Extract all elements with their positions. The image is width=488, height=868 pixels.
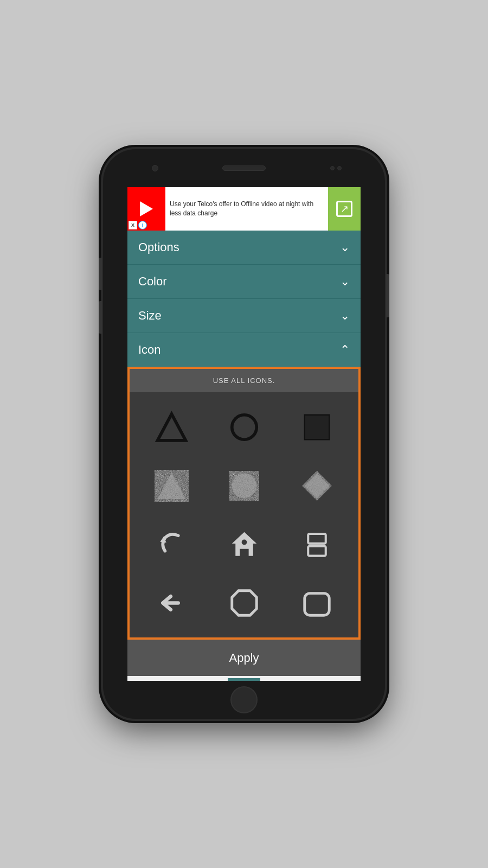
front-camera (152, 165, 158, 171)
power-button[interactable] (386, 274, 389, 317)
icon-section-header[interactable]: Icon ⌃ (127, 333, 361, 367)
phone-bottom-bar (103, 681, 385, 719)
ad-text: Use your Telco's offer to Offline video … (165, 200, 328, 218)
ad-banner: X i Use your Telco's offer to Offline vi… (127, 187, 361, 231)
sensor-dot-2 (337, 166, 342, 170)
youtube-play-icon (140, 201, 153, 216)
size-chevron: ⌄ (340, 309, 350, 323)
svg-point-7 (241, 539, 247, 545)
ad-youtube-logo: X i (127, 187, 165, 231)
svg-rect-5 (304, 473, 329, 498)
ad-close-badge[interactable]: X (129, 221, 137, 229)
diamond-filled-svg (299, 468, 335, 503)
octagon-outline-svg (227, 585, 262, 621)
use-all-icons-bar[interactable]: USE ALL ICONS. (130, 369, 358, 392)
svg-rect-9 (308, 546, 326, 556)
color-label: Color (138, 275, 167, 289)
size-label: Size (138, 309, 162, 323)
size-section-header[interactable]: Size ⌄ (127, 299, 361, 333)
icon-undo[interactable] (135, 515, 208, 573)
undo-svg (154, 527, 189, 562)
icon-rounded-square[interactable] (280, 573, 353, 632)
icon-picker-panel: USE ALL ICONS. (127, 367, 361, 640)
circle-outline-svg (227, 410, 262, 445)
svg-marker-0 (157, 414, 185, 441)
svg-rect-8 (308, 534, 326, 544)
rounded-square-svg (299, 585, 335, 621)
back-svg (154, 585, 189, 621)
options-section-header[interactable]: Options ⌄ (127, 231, 361, 265)
home-button[interactable] (230, 686, 258, 713)
icon-label: Icon (138, 343, 161, 357)
square-outline-svg (299, 410, 335, 445)
icons-grid (130, 392, 358, 637)
apply-button[interactable]: Apply (127, 640, 361, 676)
svg-point-4 (232, 473, 256, 498)
home-svg (227, 527, 262, 562)
ad-action-button[interactable] (328, 187, 361, 231)
icon-stack[interactable] (280, 515, 353, 573)
icon-square-outline[interactable] (280, 398, 353, 456)
svg-rect-11 (304, 593, 329, 615)
phone-top-bar (103, 149, 385, 187)
svg-marker-10 (232, 590, 256, 615)
icon-back[interactable] (135, 573, 208, 632)
icon-octagon-outline[interactable] (208, 573, 280, 632)
sensor-dot-1 (330, 166, 335, 170)
svg-marker-3 (157, 473, 185, 499)
stack-svg (299, 527, 335, 562)
icon-circle-filled[interactable] (208, 456, 280, 515)
volume-up-button[interactable] (99, 258, 102, 290)
icon-diamond-filled[interactable] (280, 456, 353, 515)
speaker-grill (222, 165, 266, 171)
icon-chevron: ⌃ (340, 343, 350, 357)
phone-shell: X i Use your Telco's offer to Offline vi… (103, 149, 385, 719)
icon-circle-outline[interactable] (208, 398, 280, 456)
svg-rect-2 (304, 414, 329, 439)
phone-screen: X i Use your Telco's offer to Offline vi… (127, 187, 361, 681)
sensor-area (330, 166, 342, 170)
icon-triangle-outline[interactable] (135, 398, 208, 456)
triangle-filled-svg (154, 468, 189, 503)
circle-filled-svg (227, 468, 262, 503)
icon-triangle-filled[interactable] (135, 456, 208, 515)
volume-down-button[interactable] (99, 301, 102, 334)
options-label: Options (138, 240, 179, 254)
svg-point-1 (232, 414, 256, 439)
ad-open-icon (336, 201, 352, 217)
icon-home[interactable] (208, 515, 280, 573)
options-chevron: ⌄ (340, 240, 350, 254)
ad-info-badge[interactable]: i (138, 221, 147, 229)
color-chevron: ⌄ (340, 275, 350, 289)
triangle-outline-svg (154, 410, 189, 445)
color-section-header[interactable]: Color ⌄ (127, 265, 361, 299)
